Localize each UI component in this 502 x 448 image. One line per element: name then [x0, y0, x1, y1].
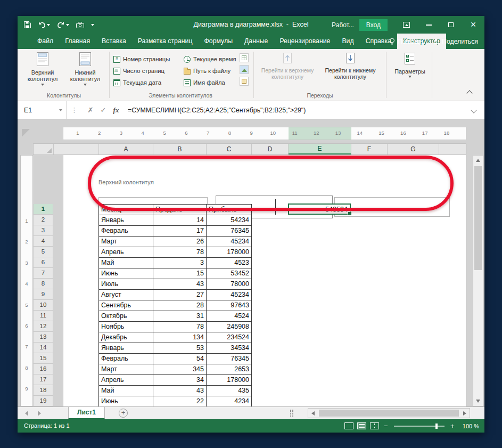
sheet-name-icon[interactable]: [240, 53, 249, 62]
table-cell[interactable]: Сентябрь: [99, 300, 153, 311]
row-header-3[interactable]: 3: [33, 225, 53, 236]
help-assistant-button[interactable]: Помощн: [389, 38, 423, 45]
table-cell[interactable]: Февраль: [99, 354, 153, 364]
table-cell[interactable]: 178000: [207, 247, 252, 258]
table-cell[interactable]: Июнь: [99, 268, 153, 279]
cancel-button[interactable]: ✗: [84, 106, 97, 114]
table-cell[interactable]: Октябрь: [99, 311, 153, 322]
col-header-A[interactable]: A: [99, 144, 153, 154]
close-button[interactable]: ×: [462, 16, 484, 34]
table-cell[interactable]: 178000: [207, 375, 252, 386]
row-header-17[interactable]: 17: [33, 374, 53, 385]
row-header-5[interactable]: 5: [33, 247, 53, 257]
vertical-scrollbar-thumb[interactable]: [474, 166, 482, 270]
table-cell[interactable]: 34534: [207, 343, 252, 354]
table-cell[interactable]: 97643: [207, 300, 252, 311]
col-header-C[interactable]: C: [207, 144, 252, 154]
table-cell[interactable]: 78000: [207, 279, 252, 290]
table-cell[interactable]: 43: [153, 279, 207, 290]
camera-button[interactable]: [76, 22, 84, 28]
select-all-corner[interactable]: [34, 144, 54, 154]
page-layout-view-button[interactable]: [357, 422, 366, 429]
ribbon-tab-4[interactable]: Разметка страниц: [132, 34, 199, 49]
ribbon-display-options-button[interactable]: [395, 16, 417, 34]
zoom-out-button[interactable]: −: [383, 422, 389, 430]
table-cell[interactable]: Февраль: [99, 226, 153, 237]
table-cell[interactable]: 54: [153, 354, 207, 364]
table-cell[interactable]: 134: [153, 332, 207, 343]
row-header-10[interactable]: 10: [33, 300, 53, 311]
table-cell[interactable]: Апрель: [99, 247, 153, 258]
horizontal-scrollbar-thumb[interactable]: [319, 410, 459, 417]
zoom-slider[interactable]: [394, 426, 445, 427]
share-button[interactable]: Поделиться: [433, 38, 478, 45]
tab-scroll-splitter[interactable]: [290, 410, 293, 417]
normal-view-button[interactable]: [344, 422, 353, 429]
sheet-tab-list1[interactable]: Лист1: [68, 407, 105, 419]
ribbon-tab-8[interactable]: Вид: [336, 34, 359, 49]
row-header-13[interactable]: 13: [33, 332, 53, 343]
file-name-button[interactable]: Имя файла: [184, 77, 225, 88]
table-cell[interactable]: Март: [99, 237, 153, 247]
page-break-view-button[interactable]: [370, 422, 379, 429]
row-header-18[interactable]: 18: [33, 385, 53, 396]
redo-button[interactable]: [57, 21, 69, 28]
table-cell[interactable]: Январь: [99, 215, 153, 226]
zoom-level[interactable]: 100 %: [463, 423, 479, 429]
active-cell-E1[interactable]: 543534: [288, 203, 351, 215]
scroll-down-arrow[interactable]: [473, 396, 483, 406]
row-header-7[interactable]: 7: [33, 268, 53, 279]
enter-button[interactable]: ✓: [97, 106, 110, 114]
row-header-16[interactable]: 16: [33, 364, 53, 374]
ribbon-tab-7[interactable]: Рецензирование: [274, 34, 336, 49]
customize-qat-button[interactable]: [91, 24, 94, 26]
table-cell[interactable]: 27: [153, 290, 207, 300]
table-cell[interactable]: 435: [207, 386, 252, 396]
ribbon-tab-2[interactable]: Главная: [59, 34, 96, 49]
sheet-nav-left-arrow[interactable]: [25, 411, 28, 416]
account-label[interactable]: Работ...: [332, 21, 354, 29]
table-cell[interactable]: 2653: [207, 364, 252, 375]
zoom-slider-thumb[interactable]: [435, 423, 438, 429]
col-header-E[interactable]: E: [289, 144, 351, 154]
row-header-9[interactable]: 9: [33, 289, 53, 300]
col-header-D[interactable]: D: [252, 144, 289, 154]
redo-dropdown-icon[interactable]: [66, 24, 69, 26]
add-sheet-button[interactable]: +: [119, 409, 128, 418]
save-button[interactable]: [24, 21, 31, 28]
table-cell[interactable]: Август: [99, 290, 153, 300]
table-cell[interactable]: 34: [153, 375, 207, 386]
ribbon-tab-3[interactable]: Вставка: [96, 34, 132, 49]
table-cell[interactable]: 31: [153, 311, 207, 322]
horizontal-scrollbar[interactable]: [308, 408, 470, 418]
minimize-button[interactable]: [417, 16, 440, 34]
table-cell[interactable]: 78: [153, 322, 207, 332]
table-cell[interactable]: 54234: [207, 215, 252, 226]
table-cell[interactable]: Январь: [99, 343, 153, 354]
table-cell[interactable]: 14: [153, 215, 207, 226]
undo-dropdown-icon[interactable]: [47, 24, 50, 26]
table-header-cell[interactable]: Прибыль: [207, 205, 252, 215]
table-cell[interactable]: 78: [153, 247, 207, 258]
col-header-G[interactable]: G: [388, 144, 439, 154]
footer-dropdown-button[interactable]: Нижний колонтитул: [64, 51, 106, 93]
row-header-19[interactable]: 19: [33, 396, 53, 406]
table-cell[interactable]: Апрель: [99, 375, 153, 386]
name-box[interactable]: E1: [18, 101, 67, 119]
row-header-11[interactable]: 11: [33, 311, 53, 321]
page-number-button[interactable]: Номер страницы: [113, 54, 170, 64]
table-cell[interactable]: 76345: [207, 354, 252, 364]
formula-input[interactable]: =СУММЕСЛИМН(C2:C25;A2:A25;"Сентябрь";B2:…: [122, 107, 472, 114]
table-cell[interactable]: 43: [153, 386, 207, 396]
table-cell[interactable]: 245908: [207, 322, 252, 332]
table-cell[interactable]: 45234: [207, 290, 252, 300]
table-cell[interactable]: 76345: [207, 226, 252, 237]
format-picture-icon[interactable]: [240, 77, 249, 86]
formula-bar-expand-icon[interactable]: [471, 107, 476, 113]
collapse-ribbon-button[interactable]: [466, 90, 472, 96]
name-box-dropdown-icon[interactable]: [59, 109, 62, 111]
table-header-cell[interactable]: Продано: [153, 205, 207, 215]
sheet-nav-right-arrow[interactable]: [38, 411, 41, 416]
header-dropdown-button[interactable]: Верхний колонтитул: [22, 51, 63, 93]
table-cell[interactable]: 22: [153, 396, 207, 406]
